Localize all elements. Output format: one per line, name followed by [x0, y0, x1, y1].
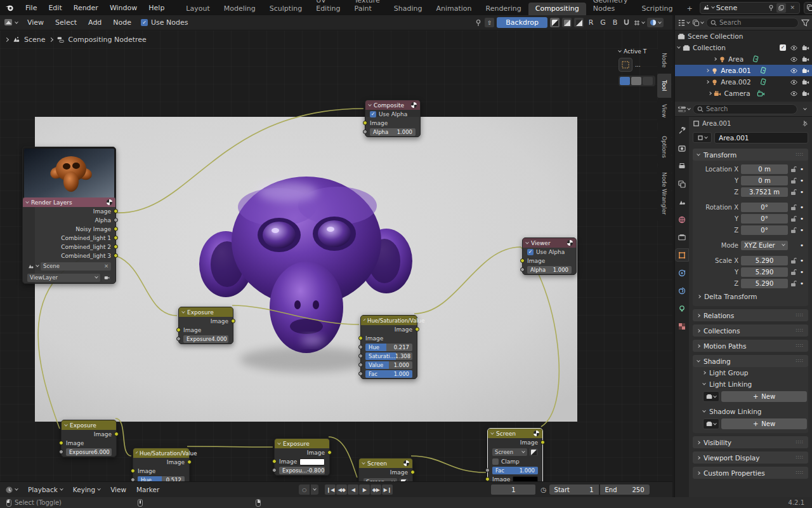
animate-dot[interactable]: • [799, 177, 804, 185]
transform-panel-header[interactable]: Transform ∷∷ [693, 149, 808, 161]
socket-noisy-image-output[interactable] [114, 227, 118, 231]
row-label[interactable]: Area [728, 55, 743, 63]
object-name-input[interactable]: Area.001 [714, 132, 808, 144]
visibility-panel-header[interactable]: Visibility∷∷ [693, 436, 808, 448]
properties-editor-type-button[interactable] [678, 105, 690, 113]
node-preview-icon[interactable] [567, 240, 573, 246]
clamp-checkbox[interactable]: ✓ [492, 458, 499, 465]
rotation-z-field[interactable]: 0° [741, 225, 788, 235]
tab-texture-icon[interactable] [676, 320, 688, 332]
pin-icon[interactable] [768, 4, 775, 11]
pin-icon[interactable] [475, 19, 482, 27]
unlock-icon[interactable] [790, 177, 797, 184]
socket-exposure-input[interactable] [176, 337, 181, 341]
start-frame-field[interactable]: Start1 [549, 485, 599, 495]
display-mode-dropdown[interactable] [678, 19, 690, 27]
play-reverse-button[interactable]: ◀ [348, 485, 358, 495]
hue-slider[interactable]: Hue0.217 [365, 344, 412, 351]
sidebar-tab-node-wrangler[interactable]: Node Wrangler [657, 166, 671, 221]
eye-icon[interactable] [790, 90, 798, 97]
node-header[interactable]: Screen [359, 458, 412, 468]
expand-icon[interactable] [677, 45, 681, 49]
sidebar-tab-options[interactable]: Options [657, 130, 671, 164]
workspace-tab-animation[interactable]: Animation [429, 3, 478, 15]
outliner-row-camera[interactable]: Camera [675, 88, 812, 99]
snapping-dropdown[interactable] [633, 19, 645, 27]
socket-hue-input[interactable] [358, 345, 363, 349]
animate-dot[interactable]: • [799, 241, 804, 250]
light-group-panel-header[interactable]: Light Group [693, 367, 808, 378]
socket-alpha-input[interactable] [520, 267, 525, 272]
add-workspace-button[interactable]: + [679, 3, 699, 15]
workspace-tab-modeling[interactable]: Modeling [217, 3, 263, 15]
unlock-icon[interactable] [790, 227, 797, 234]
filter-icon[interactable] [801, 19, 809, 27]
motion-paths-panel-header[interactable]: Motion Paths∷∷ [693, 340, 808, 352]
socket-combined-light-3-output[interactable] [114, 253, 118, 258]
camera-visibility-icon[interactable] [802, 79, 809, 86]
node-hsv-bottom[interactable]: Hue/Saturation/Value Image Image Hue0.51… [133, 448, 190, 481]
animate-dot[interactable]: • [799, 215, 804, 223]
outliner-row-area-001[interactable]: Area.001 [675, 65, 812, 76]
collapse-icon[interactable] [277, 441, 281, 444]
expand-icon[interactable] [705, 80, 709, 84]
workspace-tab-geometrynodes[interactable]: Geometry Nodes [586, 0, 635, 15]
collapse-icon[interactable] [363, 318, 366, 321]
saturation-slider[interactable]: Saturati...1.308 [365, 352, 412, 360]
relations-panel-header[interactable]: Relations∷∷ [693, 309, 808, 321]
node-canvas[interactable]: Scene Compositing Nodetree [0, 30, 672, 481]
rotation-y-field[interactable]: 0° [741, 214, 788, 224]
socket-saturation-input[interactable] [358, 354, 363, 358]
expand-icon[interactable] [705, 69, 709, 72]
eye-icon[interactable] [790, 44, 798, 51]
tool-tile-buttons[interactable] [619, 76, 655, 86]
image-color-swatch[interactable] [513, 476, 538, 482]
animate-dot[interactable]: • [799, 188, 804, 196]
node-header[interactable]: Viewer [523, 238, 576, 248]
collection-checkbox[interactable]: ✓ [780, 44, 786, 51]
tab-physics-icon[interactable] [676, 284, 688, 297]
tab-tool-icon[interactable] [676, 124, 688, 137]
end-frame-field[interactable]: End250 [600, 485, 650, 495]
socket-image-output[interactable] [410, 470, 415, 474]
node-preview-icon[interactable] [403, 460, 409, 466]
eye-icon[interactable] [790, 79, 798, 86]
value-slider[interactable]: Value1.000 [365, 361, 412, 369]
node-preview-icon[interactable] [411, 102, 417, 108]
row-label[interactable]: Area.001 [721, 67, 751, 74]
close-scene-button[interactable]: ✕ [788, 3, 797, 13]
socket-image-output[interactable] [540, 440, 545, 444]
node-hsv-mid[interactable]: Hue/Saturation/Value Image Image Hue0.21… [360, 315, 417, 379]
viewlayer-selector[interactable]: ViewLayer ✕ [804, 2, 812, 14]
socket-alpha-output[interactable] [114, 218, 118, 222]
node-preview-icon[interactable] [534, 431, 539, 436]
backdrop-channel-coloralpha-button[interactable] [562, 18, 572, 27]
expand-icon[interactable] [709, 91, 712, 95]
scene-name[interactable]: Scene [716, 4, 766, 12]
row-label[interactable]: Scene Collection [688, 32, 743, 40]
socket-image-input[interactable] [485, 477, 490, 481]
node-render-layers[interactable]: Render Layers Image Alpha Noisy Image Co… [22, 147, 116, 284]
go-parent-node-button[interactable]: ⇧ [485, 18, 494, 27]
drag-grip-icon[interactable]: ∷∷ [796, 328, 804, 333]
collapse-icon[interactable] [525, 240, 529, 244]
eye-icon[interactable] [790, 56, 798, 63]
drag-grip-icon[interactable]: ∷∷ [796, 358, 804, 364]
outliner-row-scene-collection[interactable]: Scene Collection [675, 30, 812, 42]
viewlayer-field[interactable]: ViewLayer [27, 274, 100, 282]
socket-exposure-input[interactable] [272, 468, 277, 472]
node-header[interactable]: Hue/Saturation/Value [361, 316, 417, 325]
new-scene-button[interactable] [776, 3, 786, 13]
tab-scene-icon[interactable] [676, 196, 688, 208]
marker-menu[interactable]: Marker [131, 486, 164, 493]
workspace-tab-rendering[interactable]: Rendering [479, 3, 528, 15]
menu-file[interactable]: File [20, 4, 43, 12]
tab-world-icon[interactable] [676, 213, 688, 225]
rotation-x-field[interactable]: 0° [741, 203, 788, 212]
tab-viewlayer-icon[interactable] [676, 178, 688, 190]
camera-visibility-icon[interactable] [802, 44, 809, 51]
node-exposure-bottom-left[interactable]: Exposure Image Image Exposure6.000 [61, 420, 117, 457]
backdrop-channel-r-button[interactable]: R [586, 18, 596, 27]
socket-image-output[interactable] [187, 460, 192, 464]
blender-logo-icon[interactable] [0, 4, 20, 11]
